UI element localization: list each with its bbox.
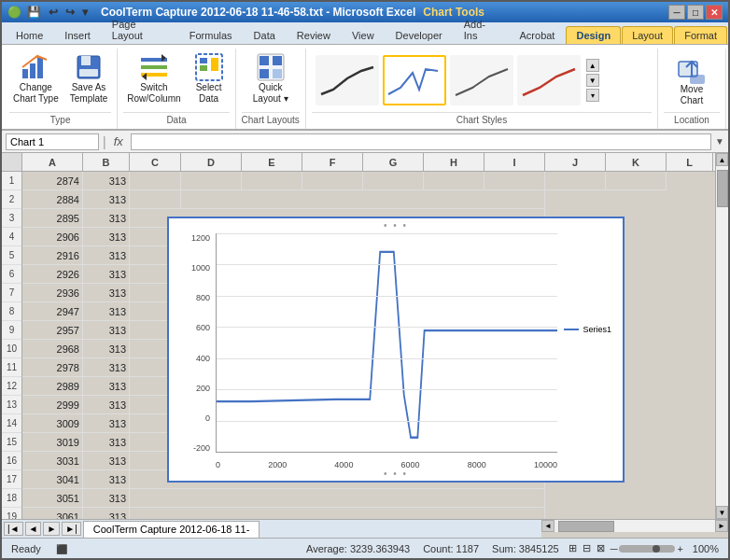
cell-a1[interactable]: 2874 [22, 172, 83, 190]
h-scroll-thumb[interactable] [558, 521, 614, 532]
cell-b8[interactable]: 313 [83, 302, 130, 321]
cell-b9[interactable]: 313 [83, 321, 130, 340]
tab-formulas[interactable]: Formulas [179, 26, 243, 44]
sheet-tab-1[interactable]: CoolTerm Capture 2012-06-18 11- [83, 521, 260, 538]
chart-style-1[interactable] [316, 55, 379, 105]
cell-a9[interactable]: 2957 [22, 321, 83, 340]
cell-b5[interactable]: 313 [83, 246, 130, 265]
zoom-control[interactable]: ─ + [611, 543, 683, 554]
cell-b19[interactable]: 313 [83, 508, 130, 519]
chart-style-3[interactable] [450, 55, 513, 105]
chart-style-2[interactable] [383, 55, 446, 105]
cell-g1[interactable] [363, 172, 424, 190]
tab-acrobat[interactable]: Acrobat [510, 26, 566, 44]
cell-a7[interactable]: 2936 [22, 284, 83, 302]
cell-a5[interactable]: 2916 [22, 246, 83, 265]
view-layout-btn[interactable]: ⊟ [583, 542, 591, 554]
sheet-nav-prev[interactable]: ◄ [25, 522, 42, 536]
sheet-nav-next[interactable]: ► [43, 522, 60, 536]
horizontal-scrollbar[interactable]: ◄ ► [541, 519, 728, 532]
tab-insert[interactable]: Insert [54, 26, 101, 44]
cell-a8[interactable]: 2947 [22, 302, 83, 321]
cell-b10[interactable]: 313 [83, 340, 130, 358]
cell-a18[interactable]: 3051 [22, 489, 83, 508]
cell-a10[interactable]: 2968 [22, 340, 83, 358]
chart-area[interactable]: • • • • • • 1200 1000 800 600 400 [167, 217, 625, 483]
cell-a15[interactable]: 3019 [22, 433, 83, 452]
tab-view[interactable]: View [342, 26, 385, 44]
cell-a17[interactable]: 3041 [22, 470, 83, 489]
chart-style-4[interactable] [517, 55, 581, 105]
cell-a19[interactable]: 3061 [22, 508, 83, 519]
vertical-scrollbar[interactable]: ▲ ▼ [715, 153, 728, 519]
move-chart-btn[interactable]: MoveChart [664, 50, 720, 110]
tab-data[interactable]: Data [244, 26, 286, 44]
tab-home[interactable]: Home [6, 26, 53, 44]
zoom-slider[interactable] [619, 545, 675, 553]
tab-review[interactable]: Review [287, 26, 341, 44]
cell-a16[interactable]: 3031 [22, 452, 83, 470]
switch-row-column-btn[interactable]: SwitchRow/Column [123, 50, 184, 106]
tab-format[interactable]: Format [674, 26, 727, 44]
minimize-btn[interactable]: ─ [668, 5, 685, 20]
save-quick-btn[interactable]: 💾 [25, 4, 43, 21]
cell-c1[interactable] [130, 172, 181, 190]
view-normal-btn[interactable]: ⊞ [569, 542, 577, 554]
cell-a11[interactable]: 2978 [22, 358, 83, 377]
expand-formula-btn[interactable]: ▼ [715, 136, 724, 147]
cell-i1[interactable] [484, 172, 545, 190]
cell-c2[interactable] [130, 190, 181, 209]
scroll-right-btn[interactable]: ► [715, 520, 728, 532]
name-box[interactable] [6, 133, 99, 150]
close-btn[interactable]: ✕ [706, 5, 723, 20]
cell-a13[interactable]: 2999 [22, 396, 83, 414]
scroll-down-btn[interactable]: ▼ [716, 506, 728, 519]
cell-b1[interactable]: 313 [83, 172, 130, 190]
restore-btn[interactable]: □ [687, 5, 704, 20]
undo-quick-btn[interactable]: ↩ [47, 4, 60, 21]
cell-j1[interactable] [545, 172, 606, 190]
cell-h1[interactable] [424, 172, 484, 190]
dropdown-quick-btn[interactable]: ▾ [80, 4, 90, 21]
cell-b18[interactable]: 313 [83, 489, 130, 508]
cell-b4[interactable]: 313 [83, 228, 130, 246]
cell-f1[interactable] [302, 172, 363, 190]
cell-k1[interactable] [606, 172, 667, 190]
cell-b16[interactable]: 313 [83, 452, 130, 470]
cell-d1[interactable] [181, 172, 242, 190]
scroll-thumb[interactable] [717, 170, 728, 207]
tab-page-layout[interactable]: Page Layout [102, 15, 178, 44]
cell-a12[interactable]: 2989 [22, 377, 83, 396]
tab-developer[interactable]: Developer [386, 26, 453, 44]
chart-styles-scroll-up[interactable]: ▲ [586, 59, 599, 72]
h-scroll-track[interactable] [555, 520, 715, 532]
cell-b2[interactable]: 313 [83, 190, 130, 209]
cell-b15[interactable]: 313 [83, 433, 130, 452]
zoom-in-btn[interactable]: + [677, 543, 682, 554]
sheet-nav-first[interactable]: |◄ [4, 522, 23, 536]
cell-a14[interactable]: 3009 [22, 414, 83, 433]
cell-a4[interactable]: 2906 [22, 228, 83, 246]
cell-rest-2[interactable] [181, 190, 545, 209]
tab-layout[interactable]: Layout [622, 26, 673, 44]
zoom-level[interactable]: 100% [689, 543, 723, 554]
change-chart-type-btn[interactable]: ChangeChart Type [9, 50, 63, 106]
chart-styles-scroll-down[interactable]: ▼ [586, 74, 599, 87]
scroll-left-btn[interactable]: ◄ [541, 520, 555, 532]
cell-b7[interactable]: 313 [83, 284, 130, 302]
cell-b6[interactable]: 313 [83, 265, 130, 284]
cell-rest-18[interactable] [130, 489, 545, 508]
scroll-up-btn[interactable]: ▲ [716, 153, 728, 166]
save-as-template-btn[interactable]: Save AsTemplate [66, 50, 112, 106]
scroll-track[interactable] [716, 166, 728, 506]
tab-add-ins[interactable]: Add-Ins [454, 15, 509, 44]
cell-a2[interactable]: 2884 [22, 190, 83, 209]
formula-input[interactable] [131, 133, 711, 150]
cell-b14[interactable]: 313 [83, 414, 130, 433]
quick-layout-btn[interactable]: QuickLayout ▾ [249, 50, 292, 106]
zoom-out-btn[interactable]: ─ [611, 543, 618, 554]
macro-record-icon[interactable]: ⬛ [56, 544, 67, 554]
redo-quick-btn[interactable]: ↪ [63, 4, 77, 21]
cell-b12[interactable]: 313 [83, 377, 130, 396]
cell-b13[interactable]: 313 [83, 396, 130, 414]
